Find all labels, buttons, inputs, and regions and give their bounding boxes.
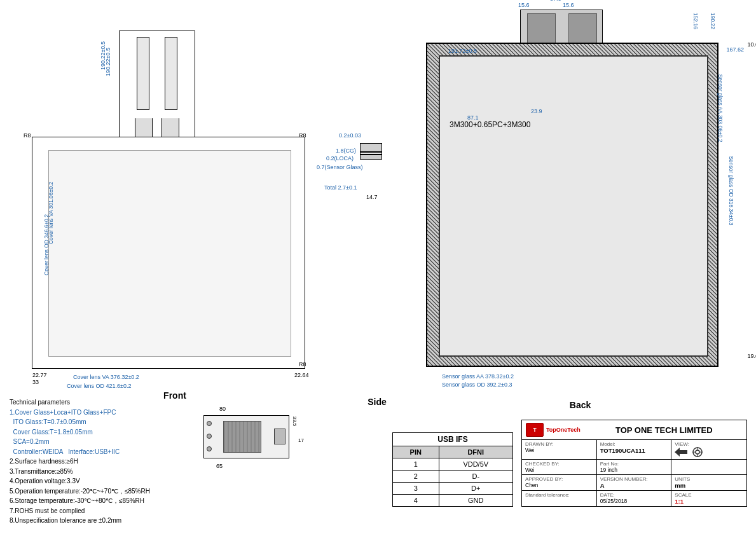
side-dim-total: Total 2.7±0.1 <box>324 184 357 191</box>
front-r8-br: R8 <box>299 361 306 368</box>
units-label: UNITS <box>675 476 743 482</box>
title-row-4: Standard tolerance: DATE: 05/25/2018 SCA… <box>522 491 746 506</box>
side-cg-layer <box>360 143 382 152</box>
pcb-dim-17: 17 <box>298 437 304 443</box>
part-no-value: 19 inch <box>600 467 668 473</box>
side-dim-14-7: 14.7 <box>366 194 378 200</box>
tech-param-7: 7.ROHS must be complied <box>10 506 232 516</box>
usb-row-1: 1 VDD/5V <box>393 458 513 471</box>
checked-by-cell: CHECKED BY: Wei <box>522 460 597 474</box>
usb-ifs-table: USB IFS PIN DFNI 1 VDD/5V 2 D- 3 D <box>392 432 513 507</box>
usb-signal-3: D+ <box>439 483 512 495</box>
side-dim-cg: 1.8(CG) <box>336 148 356 154</box>
usb-table-title: USB IFS <box>393 433 513 446</box>
logo-text: TopOneTech <box>546 427 581 433</box>
front-dim-va-w: Cover lens VA 376.32±0.2 <box>73 374 139 380</box>
title-row-1: DRAWN BY: Wei Model: TOT190UCA111 VIEW: <box>522 440 746 460</box>
pcb-diagram: 80 33.5 65 17 <box>197 406 299 469</box>
date-label: DATE: <box>600 492 668 498</box>
front-connector-base <box>119 118 195 139</box>
back-dim-19-65: 19.65 <box>747 353 756 359</box>
scale-value: 1:1 <box>675 498 743 505</box>
usb-col-dfni: DFNI <box>439 446 512 458</box>
usb-signal-2: D- <box>439 471 512 483</box>
scale-label: SCALE <box>675 492 743 498</box>
front-tab-right <box>162 118 179 139</box>
front-connector <box>119 31 195 139</box>
pcb-chip <box>223 421 261 453</box>
company-logo: T TopOneTech <box>526 423 581 437</box>
back-dim-23-9: 23.9 <box>531 108 542 114</box>
usb-ifs-container: USB IFS PIN DFNI 1 VDD/5V 2 D- 3 D <box>392 432 513 507</box>
part-no-cell: Part No: 19 inch <box>597 460 672 474</box>
back-adhesive-text: 3M300+0.65PC+3M300 <box>450 120 530 129</box>
std-tolerance-cell: Standard tolerance: <box>522 491 597 506</box>
usb-pin-4: 4 <box>393 495 439 507</box>
front-view: R8 R8 R8 190.22±0.5 190.22±0.5 Cover len… <box>10 13 340 381</box>
title-row-3: APPROVED BY: Chen VERSION NUMBER: A UNIT… <box>522 475 746 491</box>
front-connector-outer <box>119 31 195 120</box>
back-connector <box>520 10 603 46</box>
title-block: T TopOneTech TOP ONE TECH LIMITED DRAWN … <box>521 420 747 507</box>
pcb-dim-65: 65 <box>216 463 223 469</box>
view-icons <box>675 447 703 457</box>
pcb-pad-1 <box>207 421 212 426</box>
usb-col-pin: PIN <box>393 446 439 458</box>
usb-row-3: 3 D+ <box>393 483 513 495</box>
usb-signal-1: VDD/5V <box>439 458 512 471</box>
pcb-pad-3 <box>207 446 212 451</box>
back-dim-15-6-l: 15.6 <box>518 2 530 8</box>
std-tolerance-label: Standard tolerance: <box>525 492 593 498</box>
usb-table-title-row: USB IFS <box>393 433 513 446</box>
date-cell: DATE: 05/25/2018 <box>597 491 672 506</box>
usb-pin-2: 2 <box>393 471 439 483</box>
pcb-box <box>203 415 289 458</box>
back-dim-sg-aa-w: Sensor glass AA 378.32±0.2 <box>442 373 514 380</box>
side-view: 0.2±0.03 1.8(CG) 0.2(LOCA) 0.7(Sensor Gl… <box>355 19 399 388</box>
approved-by-value: Chen <box>525 482 593 488</box>
back-outer-frame: 3M300+0.65PC+3M300 <box>426 43 718 367</box>
front-r8-tr: R8 <box>299 132 306 139</box>
side-sg-layer <box>360 155 382 160</box>
pcb-dim-80: 80 <box>219 406 226 412</box>
approved-by-label: APPROVED BY: <box>525 476 593 482</box>
model-label: Model: <box>600 441 668 447</box>
usb-signal-4: GND <box>439 495 512 507</box>
company-name: TOP ONE TECH LIMITED <box>586 425 743 435</box>
back-dim-152: 152.16 <box>692 13 699 29</box>
front-dim-od-w: Cover lens OD 421.6±0.2 <box>67 383 132 389</box>
model-value: TOT190UCA111 <box>600 447 668 454</box>
side-dim-sg: 0.7(Sensor Glass) <box>317 164 363 170</box>
front-cover-glass <box>32 137 305 369</box>
units-value: mm <box>675 482 743 489</box>
front-dim-190: 190.22±0.5 <box>105 48 111 76</box>
back-inner-area: 3M300+0.65PC+3M300 <box>439 55 708 357</box>
front-tab-left <box>135 118 153 139</box>
logo-box: T <box>526 423 544 437</box>
back-dim-15-6-r: 15.6 <box>563 2 574 8</box>
units-cell: UNITS mm <box>671 475 746 490</box>
version-label: VERSION NUMBER: <box>600 476 668 482</box>
back-dim-sg-od-h: Sensor glass OD 316.34±0.3 <box>728 149 734 232</box>
main-container: R8 R8 R8 190.22±0.5 190.22±0.5 Cover len… <box>0 0 756 543</box>
front-dim-22-77: 22.77 <box>32 372 47 378</box>
back-connector-slot2 <box>568 13 597 44</box>
pcb-pad-2 <box>207 434 212 439</box>
tech-param-5: 5.Operation temperature:-20℃~+70℃，≤85%RH <box>10 486 232 497</box>
part-no-label: Part No: <box>600 461 668 467</box>
view-target-icon <box>692 447 703 457</box>
back-dim-87: 87.1 <box>467 114 479 121</box>
front-slot-2 <box>165 37 177 110</box>
tech-param-8: 8.Unspecification tolerance are ±0.2mm <box>10 516 232 526</box>
side-dim-loca: 0.2(LOCA) <box>326 155 354 162</box>
model-cell: Model: TOT190UCA111 <box>597 440 672 459</box>
version-value: A <box>600 482 668 489</box>
back-dim-width: 191.72±0.5 <box>448 48 477 54</box>
side-dim-top: 0.2±0.03 <box>339 132 361 139</box>
svg-marker-0 <box>675 448 687 457</box>
cell-empty-1 <box>671 460 746 474</box>
front-dim-33: 33 <box>32 379 39 385</box>
checked-by-value: Wei <box>525 467 593 473</box>
pcb-right-conn <box>274 429 285 444</box>
usb-row-2: 2 D- <box>393 471 513 483</box>
